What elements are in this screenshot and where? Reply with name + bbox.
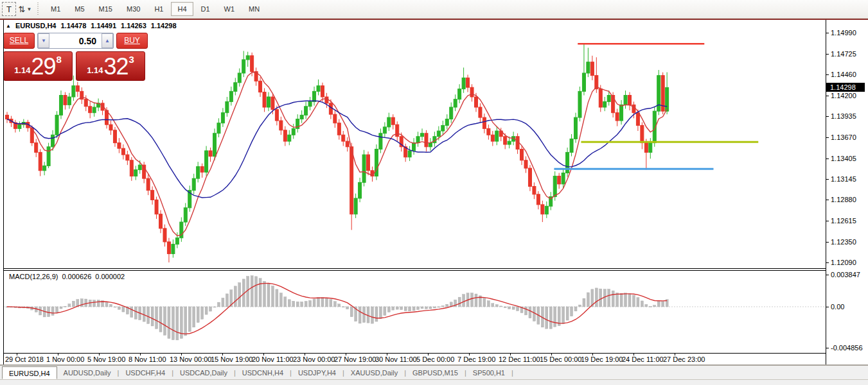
symbol-period-label: EURUSD,H4	[15, 22, 57, 30]
timeframe-h4[interactable]: H4	[171, 2, 193, 16]
tab-gbpusd-m15[interactable]: GBPUSD,M15	[406, 366, 465, 379]
chart-tabs-bar: EURUSD,H4AUDUSD,Daily|USDCHF,H4|USDCAD,D…	[0, 366, 868, 380]
time-label: 19 Dec 19:00	[581, 355, 623, 363]
price-tick-label: 1.14460	[831, 71, 856, 78]
chart-header: ▲ EURUSD,H4 1.14478 1.14491 1.14263 1.14…	[6, 22, 177, 30]
price-tick-label: 1.12090	[831, 259, 856, 266]
time-label: 13 Nov 00:00	[170, 355, 211, 363]
macd-tick-label: 0.003847	[831, 271, 860, 278]
sell-button[interactable]: SELL	[3, 33, 35, 49]
ohlc-open: 1.14478	[61, 22, 87, 30]
time-label: 15 Nov 19:00	[211, 355, 252, 363]
buy-price-prefix: 1.14	[87, 65, 103, 75]
price-tick	[826, 116, 829, 117]
text-tool-icon: T	[6, 4, 12, 14]
time-label: 5 Nov 19:00	[87, 355, 125, 363]
price-tick	[826, 96, 829, 96]
current-price-marker: 1.14298	[826, 83, 865, 92]
time-label: 1 Nov 00:00	[46, 355, 84, 363]
time-label: 23 Nov 00:00	[293, 355, 335, 363]
time-label: 27 Nov 19:00	[334, 355, 376, 363]
volume-increase-button[interactable]: ▲	[102, 33, 113, 48]
time-label: 7 Dec 19:00	[457, 355, 495, 363]
tab-sp500-h1[interactable]: SP500,H1	[466, 366, 511, 379]
sell-price-prefix: 1.14	[14, 65, 30, 75]
price-tick-label: 1.13935	[831, 112, 856, 120]
sell-price-display[interactable]: 1.14 29 8	[3, 51, 73, 81]
timeframe-m5[interactable]: M5	[68, 2, 91, 16]
macd-indicator-pane[interactable]: MACD(12,26,9) 0.000626 0.000002	[3, 271, 826, 353]
buy-price-display[interactable]: 1.14 32 3	[76, 51, 145, 81]
triangle-down-icon: ▼	[41, 38, 46, 44]
tab-audusd-daily[interactable]: AUDUSD,Daily	[57, 366, 118, 379]
collapse-triangle-icon: ▲	[6, 23, 11, 29]
macd-plot	[3, 271, 826, 353]
time-label: 8 Nov 11:00	[128, 355, 166, 363]
status-strip	[0, 380, 868, 385]
time-label: 27 Dec 23:00	[663, 355, 705, 363]
plot-left-frame	[3, 20, 4, 364]
macd-tick-label: -0.004856	[831, 344, 863, 352]
buy-price-pip: 3	[129, 54, 134, 65]
price-tick	[826, 262, 829, 263]
plot-right-frame	[826, 20, 826, 364]
timeframe-h1[interactable]: H1	[148, 2, 170, 16]
volume-input[interactable]	[49, 33, 102, 48]
price-tick	[826, 179, 829, 180]
tab-separator: |	[511, 369, 513, 377]
sell-price-main: 29	[31, 56, 55, 78]
price-tick	[826, 242, 829, 243]
ohlc-low: 1.14263	[121, 22, 146, 30]
price-tick-label: 1.13145	[831, 175, 856, 183]
timeframe-m1[interactable]: M1	[44, 2, 67, 16]
buy-button[interactable]: BUY	[116, 33, 148, 49]
pane-splitter[interactable]	[3, 268, 826, 269]
timeframe-bar: M1M5M15M30H1H4D1W1MN	[44, 2, 267, 16]
price-tick	[826, 158, 829, 159]
sell-price-pip: 8	[57, 54, 62, 65]
time-label: 29 Oct 2018	[5, 355, 44, 363]
time-label: 20 Nov 11:00	[252, 355, 294, 363]
volume-stepper: ▼ ▲	[37, 33, 114, 49]
top-toolbar: T ⇅ ▼ M1M5M15M30H1H4D1W1MN	[0, 0, 868, 19]
macd-tick-label: 0.00	[831, 303, 844, 311]
volume-decrease-button[interactable]: ▼	[38, 33, 49, 48]
tab-usdcnh-h4[interactable]: USDCNH,H4	[236, 366, 290, 379]
arrange-charts-button[interactable]: ⇅ ▼	[18, 2, 32, 16]
price-tick	[826, 221, 829, 221]
text-label-tool-button[interactable]: T	[2, 2, 16, 16]
macd-name: MACD(12,26,9)	[9, 273, 58, 280]
time-label: 12 Dec 11:00	[499, 355, 540, 363]
price-tick-label: 1.12350	[831, 238, 856, 246]
chart-window: ▲ EURUSD,H4 1.14478 1.14491 1.14263 1.14…	[0, 20, 868, 364]
price-tick-label: 1.13670	[831, 133, 856, 141]
tab-usdchf-h4[interactable]: USDCHF,H4	[119, 366, 172, 379]
price-tick	[826, 200, 829, 200]
macd-tick	[826, 275, 829, 275]
price-tick-label: 1.12615	[831, 217, 856, 225]
price-tick-label: 1.12880	[831, 196, 856, 203]
tab-eurusd-h4[interactable]: EURUSD,H4	[2, 366, 57, 379]
timeframe-w1[interactable]: W1	[218, 2, 242, 16]
time-axis[interactable]: 29 Oct 20181 Nov 00:005 Nov 19:008 Nov 1…	[0, 354, 868, 364]
price-tick-label: 1.13405	[831, 155, 856, 162]
macd-tick	[826, 307, 829, 307]
time-label: 30 Nov 11:00	[375, 355, 417, 363]
chevron-down-icon: ▼	[26, 6, 31, 12]
tab-usdjpy-h4[interactable]: USDJPY,H4	[292, 366, 342, 379]
price-axis[interactable]: 1.149901.147251.144601.142001.139351.136…	[826, 20, 868, 268]
tab-usdcad-daily[interactable]: USDCAD,Daily	[173, 366, 234, 379]
macd-signal-value: 0.000002	[95, 273, 125, 280]
time-label: 15 Dec 00:00	[540, 355, 581, 363]
timeframe-m15[interactable]: M15	[93, 2, 119, 16]
price-tick	[826, 137, 829, 138]
macd-label: MACD(12,26,9) 0.000626 0.000002	[9, 273, 125, 280]
macd-tick	[826, 348, 829, 348]
timeframe-d1[interactable]: D1	[195, 2, 217, 16]
one-click-trading-panel: SELL ▼ ▲ BUY 1.14 29 8 1.14 32 3	[3, 33, 148, 81]
price-tick	[826, 33, 829, 33]
tab-xauusd-daily[interactable]: XAUUSD,Daily	[344, 366, 404, 379]
price-tick-label: 1.14725	[831, 50, 856, 58]
timeframe-mn[interactable]: MN	[242, 2, 266, 16]
timeframe-m30[interactable]: M30	[120, 2, 146, 16]
